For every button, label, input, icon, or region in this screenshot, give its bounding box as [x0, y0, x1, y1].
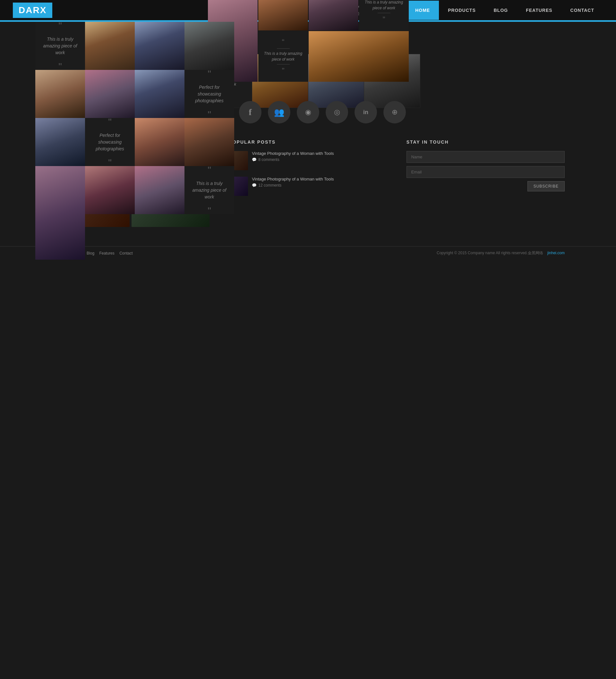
stay-in-touch-column: STAY IN TOUCH SUBSCRIBE — [406, 139, 565, 227]
flickr-circle[interactable]: ◎ — [326, 101, 348, 123]
nav-features[interactable]: FEATURES — [517, 1, 561, 20]
quote-block-3: " Perfect for showcasing photographies " — [85, 118, 135, 166]
q5-text: This is a truly amazing piece of work — [263, 51, 303, 62]
quote-block-2: " Perfect for showcasing photographies " — [184, 70, 234, 118]
nav-contact[interactable]: CONTACT — [561, 1, 603, 20]
quote-mark-bottom-3: " — [108, 159, 112, 166]
logo[interactable]: DARX — [13, 3, 52, 18]
photo-6[interactable] — [135, 70, 184, 118]
post-comments-2: 💬 12 comments — [252, 183, 387, 188]
quote-text-4: This is a truly amazing piece of work — [191, 180, 228, 200]
quote-block-1: " This is a truly amazing piece of work … — [35, 22, 85, 70]
comment-count-2: 12 comments — [258, 183, 281, 188]
q4: “ This is a truly amazing piece of work … — [359, 0, 409, 30]
subscribe-button[interactable]: SUBSCRIBE — [527, 181, 565, 191]
popular-posts-title: POPULAR POSTS — [229, 139, 387, 144]
users-circle[interactable]: 👥 — [268, 101, 290, 123]
photo-2[interactable] — [135, 22, 184, 70]
header: DARX Call us: +386 40 123 456 789 f 🐦 ◉ … — [0, 0, 616, 21]
comment-icon-1: 💬 — [252, 157, 257, 162]
popular-post-1: Vintage Photography of a Woman with Tool… — [229, 151, 387, 170]
rss-circle[interactable]: ◉ — [297, 101, 319, 123]
popular-posts-column: POPULAR POSTS Vintage Photography of a W… — [229, 139, 387, 227]
dribbble-circle[interactable]: ⊕ — [383, 101, 406, 123]
photo-city[interactable] — [35, 118, 85, 166]
post-info-2: Vintage Photography of a Woman with Tool… — [252, 176, 387, 188]
photo-9[interactable] — [35, 166, 85, 260]
p-car[interactable] — [309, 31, 409, 82]
quote-text-3: Perfect for showcasing photographies — [91, 132, 128, 152]
q5: “ This is a truly amazing piece of work … — [258, 31, 308, 82]
quote-mark-top-3: " — [108, 118, 112, 126]
bottom-bar: Home Products Blog Features Contact Copy… — [0, 246, 616, 260]
quote-mark-bottom-2: " — [208, 110, 211, 118]
photo-7[interactable] — [135, 118, 184, 166]
facebook-circle[interactable]: f — [239, 101, 261, 123]
footer-link-features[interactable]: Features — [99, 251, 114, 256]
quote-mark-top-1: " — [58, 22, 62, 30]
stay-form: SUBSCRIBE — [406, 151, 565, 191]
footer-link-blog[interactable]: Blog — [87, 251, 94, 256]
photo-1[interactable] — [85, 22, 135, 70]
comment-icon-2: 💬 — [252, 183, 257, 188]
footer-link-contact[interactable]: Contact — [119, 251, 132, 256]
photo-4[interactable] — [35, 70, 85, 118]
photo-3[interactable] — [184, 22, 234, 70]
photo-8[interactable] — [184, 118, 234, 166]
p10[interactable] — [258, 0, 308, 30]
quote-mark-bottom-4: " — [208, 207, 211, 215]
footer-copyright: Copyright © 2015 Company name All rights… — [437, 250, 565, 256]
main-nav: HOME PRODUCTS BLOG FEATURES CONTACT — [406, 1, 603, 20]
post-comments-1: 💬 8 comments — [252, 157, 387, 162]
quote-mark-top-2: " — [208, 70, 211, 77]
nav-home[interactable]: HOME — [406, 1, 439, 20]
quote-mark-top-4: " — [208, 166, 211, 174]
q4-text: This is a truly amazing piece of work — [364, 0, 404, 11]
brand-text: jinhei.com — [547, 251, 565, 255]
stay-title: STAY IN TOUCH — [406, 139, 565, 144]
email-input[interactable] — [406, 166, 565, 178]
quote-text-2: Perfect for showcasing photographies — [191, 84, 228, 104]
p11[interactable] — [309, 0, 358, 30]
nav-products[interactable]: PRODUCTS — [439, 1, 485, 20]
comment-count-1: 8 comments — [258, 157, 279, 162]
post-title-1[interactable]: Vintage Photography of a Woman with Tool… — [252, 151, 387, 156]
copyright-text: Copyright © 2015 Company name All rights… — [437, 251, 543, 255]
name-input[interactable] — [406, 151, 565, 163]
photo-5[interactable] — [85, 70, 135, 118]
linkedin-circle[interactable]: in — [355, 101, 377, 123]
post-info-1: Vintage Photography of a Woman with Tool… — [252, 151, 387, 162]
quote-block-4: " This is a truly amazing piece of work … — [184, 166, 234, 214]
nav-blog[interactable]: BLOG — [485, 1, 517, 20]
photo-11[interactable] — [135, 166, 184, 214]
photo-10[interactable] — [85, 166, 135, 214]
popular-post-2: Vintage Photography of a Woman with Tool… — [229, 176, 387, 196]
quote-mark-bottom-1: " — [58, 63, 62, 70]
post-title-2[interactable]: Vintage Photography of a Woman with Tool… — [252, 176, 387, 182]
quote-text-1: This is a truly amazing piece of work — [42, 36, 79, 56]
